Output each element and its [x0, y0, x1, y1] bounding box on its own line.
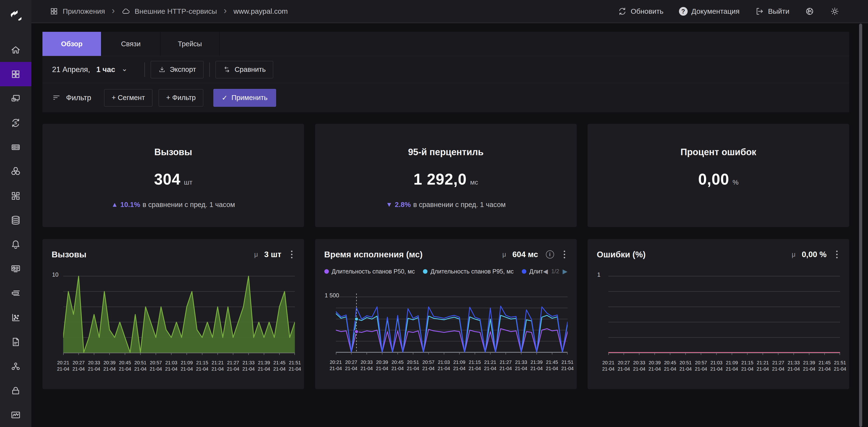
- kpi-delta: ▼ 2.8% в сравнении с пред. 1 часом: [386, 201, 506, 209]
- sidebar-item-services[interactable]: [0, 184, 31, 208]
- legend-next-icon[interactable]: ▶: [563, 268, 567, 275]
- kebab-menu-icon[interactable]: [834, 249, 840, 260]
- sidebar-item-monitoring[interactable]: [0, 403, 31, 427]
- x-tick-label: 20:4521-04: [117, 360, 133, 372]
- mu-symbol: μ: [502, 251, 506, 258]
- chart-stat: μ 0,00 %: [792, 249, 840, 260]
- sidebar-item-topology[interactable]: [0, 354, 31, 378]
- devices-icon: [10, 93, 21, 104]
- kpi-delta: ▲ 10.1% в сравнении с пред. 1 часом: [112, 201, 235, 209]
- app-logo[interactable]: [0, 0, 31, 27]
- x-tick-label: 21:2121-04: [482, 359, 498, 371]
- sidebar-item-clusters[interactable]: [0, 159, 31, 184]
- tab-label: Связи: [121, 40, 141, 48]
- x-tick-label: 21:1521-04: [740, 360, 755, 372]
- sidebar-item-reports[interactable]: [0, 257, 31, 281]
- sun-icon: [830, 6, 840, 16]
- x-tick-label: 21:2121-04: [210, 360, 226, 372]
- documentation-button[interactable]: ? Документация: [679, 7, 740, 16]
- x-tick-label: 20:5121-04: [678, 360, 693, 372]
- divider: [145, 62, 145, 77]
- add-segment-button[interactable]: + Сегмент: [104, 89, 152, 106]
- breadcrumb-http-services[interactable]: Внешние HTTP-сервисы: [122, 7, 217, 16]
- x-tick-label: 21:3321-04: [241, 360, 256, 372]
- graph-icon: [10, 361, 21, 372]
- kpi-title: Процент ошибок: [680, 147, 756, 157]
- breadcrumb-applications[interactable]: Приложения: [50, 7, 105, 16]
- kpi-unit: мс: [470, 178, 478, 186]
- breadcrumb-current-service[interactable]: www.paypal.com: [234, 7, 288, 15]
- kebab-menu-icon[interactable]: [289, 249, 295, 260]
- tab-overview[interactable]: Обзор: [42, 32, 101, 56]
- date-toolbar: 21 Апреля, 1 час ⌄ Экспорт Сравнить: [42, 56, 849, 83]
- y-axis-label: 10: [52, 271, 59, 278]
- x-tick-label: 20:2721-04: [71, 360, 87, 372]
- queue-icon: [10, 288, 21, 299]
- refresh-icon: [618, 7, 627, 16]
- sidebar-item-analytics[interactable]: [0, 305, 31, 330]
- sidebar-item-security[interactable]: [0, 378, 31, 403]
- x-tick-label: 21:3321-04: [786, 360, 802, 372]
- chart-plot-area[interactable]: 1 500: [324, 294, 567, 357]
- chart-card-errors: Ошибки (%) μ 0,00 % 1 20:2121-0420:2721-…: [588, 239, 849, 389]
- x-tick-label: 21:3321-04: [513, 359, 529, 371]
- sidebar-nav: S: [0, 38, 31, 427]
- info-icon[interactable]: i: [546, 250, 554, 259]
- tab-traces[interactable]: Трейсы: [161, 32, 220, 56]
- bell-icon: [10, 239, 21, 250]
- sidebar-item-home[interactable]: [0, 38, 31, 62]
- tab-links[interactable]: Связи: [101, 32, 161, 56]
- chart-stat: μ 3 шт: [254, 249, 295, 260]
- chart-header: Время исполнения (мс) μ 604 мс i: [324, 246, 567, 263]
- vertical-scrollbar[interactable]: [859, 24, 862, 427]
- breadcrumb-separator: ›: [111, 6, 116, 17]
- chevron-down-icon: ⌄: [122, 64, 128, 73]
- x-tick-label: 21:3921-04: [256, 360, 272, 372]
- sidebar-item-queues[interactable]: [0, 281, 31, 305]
- add-filter-button[interactable]: + Фильтр: [159, 89, 203, 106]
- check-icon: ✓: [222, 94, 227, 102]
- x-tick-label: 20:3921-04: [647, 360, 662, 372]
- add-segment-label: + Сегмент: [112, 94, 145, 102]
- globe-icon: [805, 6, 814, 16]
- export-button[interactable]: Экспорт: [151, 61, 204, 78]
- home-icon: [10, 44, 21, 56]
- delta-percent: 10.1%: [120, 201, 140, 209]
- legend-prev-icon[interactable]: ◀: [543, 268, 548, 275]
- sidebar-item-transactions[interactable]: S: [0, 110, 31, 135]
- kpi-value: 304: [154, 170, 181, 188]
- content-area: Обзор Связи Трейсы 21 Апреля, 1 час ⌄ Эк…: [31, 23, 868, 427]
- legend-item[interactable]: Длительность спанов P95, мс: [423, 268, 514, 275]
- chart-plot-area[interactable]: 1: [597, 273, 840, 358]
- breadcrumb-label: www.paypal.com: [234, 7, 288, 15]
- kpi-row: Вызовы 304 шт ▲ 10.1% в сравнении с пред…: [42, 124, 849, 227]
- x-tick-label: 21:3921-04: [801, 360, 817, 372]
- chart-plot-area[interactable]: 10: [52, 273, 295, 358]
- x-tick-label: 21:2721-04: [225, 360, 241, 372]
- chart-header: Вызовы μ 3 шт: [52, 246, 295, 263]
- x-tick-label: 20:2121-04: [328, 359, 344, 371]
- legend-dot-icon: [423, 269, 428, 274]
- refresh-button[interactable]: Обновить: [618, 7, 663, 16]
- theme-toggle-button[interactable]: [830, 6, 840, 16]
- sidebar-item-notifications[interactable]: [0, 232, 31, 257]
- apps-grid-icon: [50, 7, 58, 16]
- language-globe-button[interactable]: [805, 6, 814, 16]
- mu-symbol: μ: [792, 251, 796, 258]
- legend-item[interactable]: Длит: [522, 268, 543, 275]
- svg-text:S: S: [14, 121, 17, 125]
- apply-button[interactable]: ✓ Применить: [213, 89, 276, 107]
- legend-item[interactable]: Длительность спанов P50, мс: [324, 268, 415, 275]
- sidebar-item-documents[interactable]: [0, 330, 31, 354]
- sidebar-item-databases[interactable]: [0, 208, 31, 232]
- x-tick-label: 20:3321-04: [359, 359, 375, 371]
- sidebar-item-servers[interactable]: [0, 135, 31, 159]
- sidebar-item-devices[interactable]: [0, 86, 31, 110]
- compare-button[interactable]: Сравнить: [216, 61, 273, 78]
- x-tick-label: 20:3321-04: [86, 360, 102, 372]
- add-filter-label: + Фильтр: [166, 94, 195, 102]
- logout-button[interactable]: Выйти: [755, 7, 789, 16]
- sidebar-item-applications[interactable]: [0, 62, 31, 86]
- date-range-picker[interactable]: 21 Апреля, 1 час ⌄: [52, 65, 138, 74]
- kebab-menu-icon[interactable]: [561, 249, 567, 260]
